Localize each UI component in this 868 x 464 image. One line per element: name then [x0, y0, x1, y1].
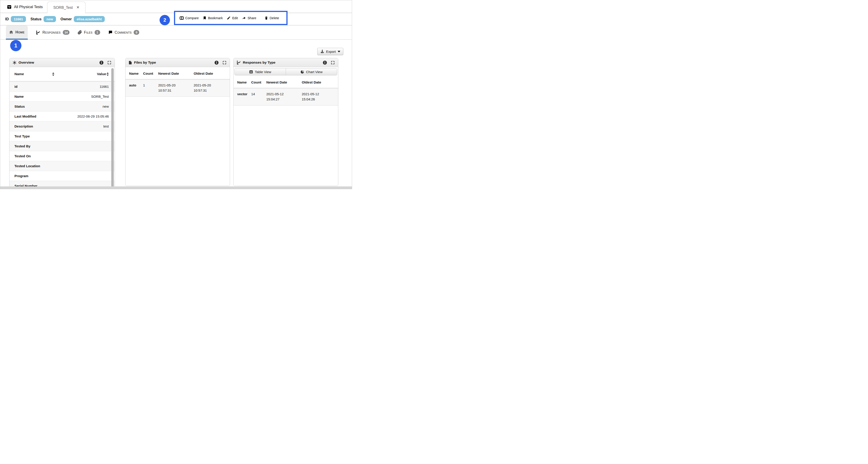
newest-date-cell: 2021-05-2010:57:31 — [158, 83, 194, 93]
responses-panel-title: Responses by Type — [243, 60, 275, 65]
asterisk-icon — [12, 60, 17, 65]
status-badge: new — [43, 16, 56, 22]
responses-table-header: Name Count Newest Date Oldest Date — [234, 76, 338, 89]
info-icon[interactable] — [214, 60, 219, 65]
owner-badge: elisa.azadbakht — [74, 16, 105, 22]
table-row: NameSORB_Test — [9, 92, 115, 101]
tab-comments-label: Comments — [115, 30, 132, 34]
expand-icon[interactable] — [107, 60, 112, 65]
id-label: ID — [5, 17, 9, 21]
expand-icon[interactable] — [222, 60, 226, 65]
tab-all-physical-tests[interactable]: All Physical Tests — [7, 2, 47, 13]
table-row: Statusnew — [9, 101, 115, 112]
table-row: Descriptiontest — [9, 121, 115, 131]
overview-col-name[interactable]: Name — [14, 72, 24, 76]
responses-panel-header: Responses by Type — [234, 58, 338, 67]
home-icon — [9, 30, 13, 34]
responses-by-type-panel: Responses by Type Table View Chart View — [234, 58, 338, 186]
files-panel-header: Files by Type — [125, 58, 230, 67]
table-row: Program — [9, 171, 115, 181]
files-by-type-panel: Files by Type Name Count Newest Date Old… — [125, 58, 230, 186]
file-icon — [128, 60, 132, 65]
table-icon — [7, 5, 11, 9]
sort-icon[interactable] — [106, 72, 109, 76]
edit-pencil-icon — [227, 16, 231, 20]
oldest-date-cell: 2021-05-2010:57:31 — [194, 83, 226, 93]
info-icon[interactable] — [99, 60, 104, 65]
share-button[interactable]: Share — [242, 16, 256, 20]
edit-button[interactable]: Edit — [227, 16, 238, 20]
id-badge: 11661 — [11, 16, 26, 22]
app-screen: All Physical Tests SORB_Test ✕ ID 11661 … — [0, 0, 352, 189]
sort-icon[interactable] — [52, 72, 54, 76]
table-row[interactable]: vector 14 2021-05-1215:04:27 2021-05-121… — [234, 89, 338, 105]
files-panel-title: Files by Type — [134, 60, 156, 65]
tab-home-label: Home — [16, 30, 24, 34]
overview-panel-header: Overview — [9, 58, 115, 67]
record-info-bar: ID 11661 Status new Owner elisa.azadbakh… — [0, 13, 352, 26]
annotation-step-2: 2 — [160, 15, 170, 25]
owner-label: Owner — [61, 17, 72, 21]
files-count-badge: 1 — [95, 30, 100, 35]
scrollbar-thumb[interactable] — [111, 68, 114, 189]
download-icon — [320, 50, 324, 54]
pie-chart-icon — [300, 70, 304, 74]
files-table-header: Name Count Newest Date Oldest Date — [125, 67, 230, 80]
table-row[interactable]: auto 1 2021-05-2010:57:31 2021-05-2010:5… — [125, 80, 230, 97]
tab-all-physical-tests-label: All Physical Tests — [14, 5, 43, 9]
view-toggle-group: Table View Chart View — [235, 68, 337, 75]
compare-icon — [180, 16, 184, 20]
tab-files-label: Files — [84, 30, 93, 34]
chart-view-button[interactable]: Chart View — [286, 68, 337, 75]
bookmark-icon — [203, 16, 207, 20]
overview-table: Name Value id11661 NameSORB_Test Statusn… — [9, 67, 115, 189]
horizontal-scrollbar[interactable] — [0, 186, 352, 189]
tab-responses[interactable]: Responses 14 — [36, 26, 69, 39]
comments-count-badge: 0 — [134, 30, 139, 35]
share-arrow-icon — [242, 16, 246, 20]
comment-bubble-icon — [108, 30, 113, 34]
chart-line-icon — [237, 60, 241, 65]
chart-line-icon — [36, 30, 40, 35]
export-label: Export — [326, 50, 336, 54]
responses-count-badge: 14 — [63, 30, 69, 35]
overview-col-value[interactable]: Value — [97, 72, 106, 76]
close-icon[interactable]: ✕ — [76, 6, 79, 9]
table-row: Test Type — [9, 131, 115, 141]
tab-sorb-test[interactable]: SORB_Test ✕ — [47, 2, 86, 13]
paperclip-icon — [78, 30, 82, 34]
table-row: id11661 — [9, 82, 115, 92]
chevron-down-icon — [338, 51, 340, 52]
table-icon — [249, 70, 253, 74]
table-view-button[interactable]: Table View — [235, 68, 286, 75]
table-row: Tested Location — [9, 161, 115, 171]
tab-files[interactable]: Files 1 — [78, 26, 100, 39]
bookmark-button[interactable]: Bookmark — [203, 16, 223, 20]
overview-table-header: Name Value — [9, 67, 115, 82]
tab-responses-label: Responses — [42, 30, 61, 34]
overview-rows: id11661 NameSORB_Test Statusnew Last Mod… — [9, 82, 115, 189]
table-row: Tested On — [9, 151, 115, 161]
tab-sorb-test-label: SORB_Test — [53, 5, 73, 10]
export-button[interactable]: Export — [317, 48, 343, 55]
delete-button[interactable]: Delete — [265, 16, 279, 20]
oldest-date-cell: 2021-05-1215:04:26 — [302, 91, 335, 102]
compare-button[interactable]: Compare — [180, 16, 199, 20]
tab-home[interactable]: Home — [6, 26, 28, 40]
trash-icon — [265, 16, 268, 20]
status-label: Status — [30, 17, 41, 21]
info-icon[interactable] — [322, 60, 327, 65]
expand-icon[interactable] — [331, 60, 335, 65]
newest-date-cell: 2021-05-1215:04:27 — [266, 91, 302, 102]
overview-panel: Overview Name Value id116 — [9, 58, 115, 189]
annotation-step-1: 1 — [10, 40, 22, 51]
section-tab-bar: Home Responses 14 Files 1 Comments 0 — [0, 26, 352, 40]
overview-title: Overview — [19, 60, 34, 65]
table-row: Tested By — [9, 141, 115, 151]
tab-comments[interactable]: Comments 0 — [108, 26, 140, 39]
table-row: Last Modified2022-06-29 15:05:46 — [9, 112, 115, 121]
actions-toolbar-highlight: Compare Bookmark Edit Share — [174, 11, 287, 25]
